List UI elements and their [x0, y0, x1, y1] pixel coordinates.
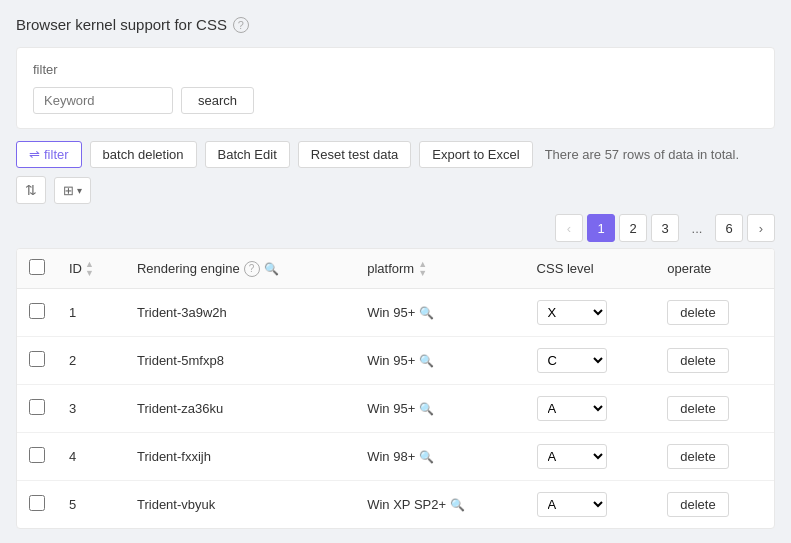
help-icon[interactable]: ?: [233, 17, 249, 33]
row-id: 5: [57, 481, 125, 529]
row-css-level: XCABS: [525, 433, 656, 481]
table-header-row: ID ▲▼ Rendering engine ? 🔍 platfo: [17, 249, 774, 289]
platform-value: Win 95+: [367, 401, 415, 416]
row-checkbox[interactable]: [29, 495, 45, 511]
header-platform: platform ▲▼: [355, 249, 524, 289]
table-row: 3Trident-za36kuWin 95+🔍XCABSdelete: [17, 385, 774, 433]
delete-button[interactable]: delete: [667, 300, 728, 325]
filter-button-label: filter: [44, 147, 69, 162]
search-button[interactable]: search: [181, 87, 254, 114]
css-level-select[interactable]: XCABS: [537, 396, 607, 421]
grid-icon: ⊞: [63, 183, 74, 198]
export-button[interactable]: Export to Excel: [419, 141, 532, 168]
rendering-engine-help-icon[interactable]: ?: [244, 261, 260, 277]
header-rendering-engine: Rendering engine ? 🔍: [125, 249, 355, 289]
delete-button[interactable]: delete: [667, 348, 728, 373]
filter-button[interactable]: ⇌ filter: [16, 141, 82, 168]
batch-deletion-button[interactable]: batch deletion: [90, 141, 197, 168]
header-checkbox-cell: [17, 249, 57, 289]
reset-button[interactable]: Reset test data: [298, 141, 411, 168]
css-level-select[interactable]: XCABS: [537, 300, 607, 325]
row-platform: Win 95+🔍: [355, 385, 524, 433]
column-settings-button[interactable]: ⊞ ▾: [54, 177, 91, 204]
platform-column-label: platform: [367, 261, 414, 276]
page-title-row: Browser kernel support for CSS ?: [16, 16, 775, 33]
row-checkbox-cell: [17, 433, 57, 481]
row-platform: Win XP SP2+🔍: [355, 481, 524, 529]
row-checkbox-cell: [17, 385, 57, 433]
css-level-select[interactable]: XCABS: [537, 348, 607, 373]
row-checkbox-cell: [17, 337, 57, 385]
page-3-button[interactable]: 3: [651, 214, 679, 242]
rendering-engine-search-icon[interactable]: 🔍: [264, 262, 279, 276]
row-rendering-engine: Trident-za36ku: [125, 385, 355, 433]
delete-button[interactable]: delete: [667, 396, 728, 421]
next-page-button[interactable]: ›: [747, 214, 775, 242]
css-level-select[interactable]: XCABS: [537, 492, 607, 517]
table-body: 1Trident-3a9w2hWin 95+🔍XCABSdelete2Tride…: [17, 289, 774, 529]
sort-icon-button[interactable]: ⇅: [16, 176, 46, 204]
table-container: ID ▲▼ Rendering engine ? 🔍 platfo: [16, 248, 775, 529]
page-2-button[interactable]: 2: [619, 214, 647, 242]
magnify-icon[interactable]: 🔍: [419, 402, 434, 416]
magnify-icon[interactable]: 🔍: [419, 354, 434, 368]
row-id: 4: [57, 433, 125, 481]
select-all-checkbox[interactable]: [29, 259, 45, 275]
row-css-level: XCABS: [525, 289, 656, 337]
row-css-level: XCABS: [525, 481, 656, 529]
header-operate: operate: [655, 249, 774, 289]
row-checkbox-cell: [17, 289, 57, 337]
toolbar: ⇌ filter batch deletion Batch Edit Reset…: [16, 141, 775, 204]
row-checkbox[interactable]: [29, 447, 45, 463]
css-level-select[interactable]: XCABS: [537, 444, 607, 469]
row-count-text: There are 57 rows of data in total.: [545, 147, 739, 162]
magnify-icon[interactable]: 🔍: [419, 450, 434, 464]
delete-button[interactable]: delete: [667, 444, 728, 469]
page-title: Browser kernel support for CSS: [16, 16, 227, 33]
id-column-label: ID: [69, 261, 82, 276]
row-id: 3: [57, 385, 125, 433]
row-checkbox[interactable]: [29, 303, 45, 319]
page-container: Browser kernel support for CSS ? filter …: [0, 0, 791, 543]
row-platform: Win 95+🔍: [355, 289, 524, 337]
table-row: 4Trident-fxxijhWin 98+🔍XCABSdelete: [17, 433, 774, 481]
row-css-level: XCABS: [525, 337, 656, 385]
table-row: 1Trident-3a9w2hWin 95+🔍XCABSdelete: [17, 289, 774, 337]
row-id: 1: [57, 289, 125, 337]
page-6-button[interactable]: 6: [715, 214, 743, 242]
row-operate: delete: [655, 481, 774, 529]
header-id: ID ▲▼: [57, 249, 125, 289]
row-platform: Win 95+🔍: [355, 337, 524, 385]
css-level-column-label: CSS level: [537, 261, 594, 276]
filter-row: search: [33, 87, 758, 114]
row-operate: delete: [655, 385, 774, 433]
row-checkbox[interactable]: [29, 351, 45, 367]
row-checkbox[interactable]: [29, 399, 45, 415]
platform-value: Win 95+: [367, 305, 415, 320]
magnify-icon[interactable]: 🔍: [450, 498, 465, 512]
data-table: ID ▲▼ Rendering engine ? 🔍 platfo: [17, 249, 774, 528]
page-1-button[interactable]: 1: [587, 214, 615, 242]
platform-sort-icon[interactable]: ▲▼: [418, 260, 427, 278]
delete-button[interactable]: delete: [667, 492, 728, 517]
row-id: 2: [57, 337, 125, 385]
batch-edit-button[interactable]: Batch Edit: [205, 141, 290, 168]
row-operate: delete: [655, 433, 774, 481]
row-platform: Win 98+🔍: [355, 433, 524, 481]
prev-page-button[interactable]: ‹: [555, 214, 583, 242]
filter-icon: ⇌: [29, 147, 40, 162]
row-rendering-engine: Trident-vbyuk: [125, 481, 355, 529]
sort-icon: ⇅: [25, 182, 37, 198]
table-row: 5Trident-vbyukWin XP SP2+🔍XCABSdelete: [17, 481, 774, 529]
row-rendering-engine: Trident-5mfxp8: [125, 337, 355, 385]
platform-value: Win 95+: [367, 353, 415, 368]
filter-panel-title: filter: [33, 62, 758, 77]
platform-value: Win 98+: [367, 449, 415, 464]
id-sort-icon[interactable]: ▲▼: [85, 260, 94, 278]
keyword-input[interactable]: [33, 87, 173, 114]
table-row: 2Trident-5mfxp8Win 95+🔍XCABSdelete: [17, 337, 774, 385]
row-operate: delete: [655, 337, 774, 385]
row-css-level: XCABS: [525, 385, 656, 433]
magnify-icon[interactable]: 🔍: [419, 306, 434, 320]
operate-column-label: operate: [667, 261, 711, 276]
